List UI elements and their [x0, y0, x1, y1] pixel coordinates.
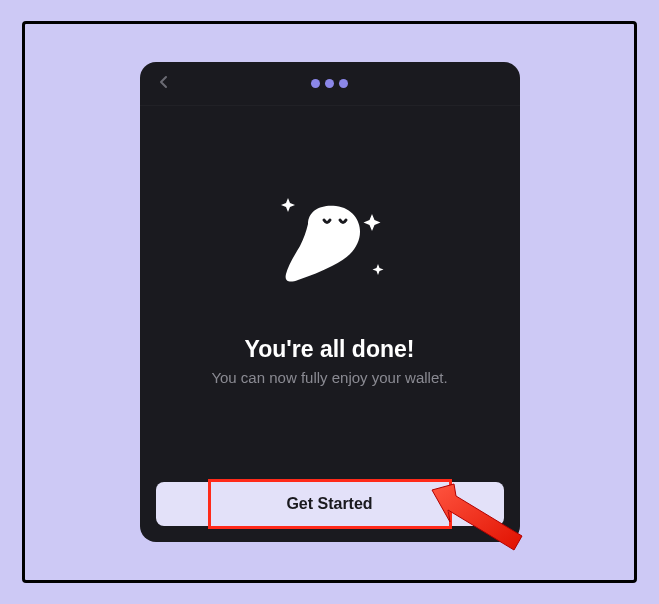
window-header	[140, 62, 520, 106]
completion-title: You're all done!	[245, 336, 415, 363]
get-started-button[interactable]: Get Started	[156, 482, 504, 526]
progress-dot	[311, 79, 320, 88]
screenshot-frame: You're all done! You can now fully enjoy…	[22, 21, 637, 583]
progress-dot	[325, 79, 334, 88]
footer: Get Started	[140, 466, 520, 542]
progress-indicator	[311, 79, 348, 88]
ghost-icon	[260, 186, 400, 306]
completion-subtitle: You can now fully enjoy your wallet.	[211, 369, 447, 386]
button-label: Get Started	[286, 495, 372, 512]
content-area: You're all done! You can now fully enjoy…	[140, 106, 520, 466]
ghost-illustration	[260, 186, 400, 306]
wallet-onboarding-window: You're all done! You can now fully enjoy…	[140, 62, 520, 542]
back-button[interactable]	[156, 74, 172, 94]
arrow-left-icon	[156, 74, 172, 90]
progress-dot	[339, 79, 348, 88]
